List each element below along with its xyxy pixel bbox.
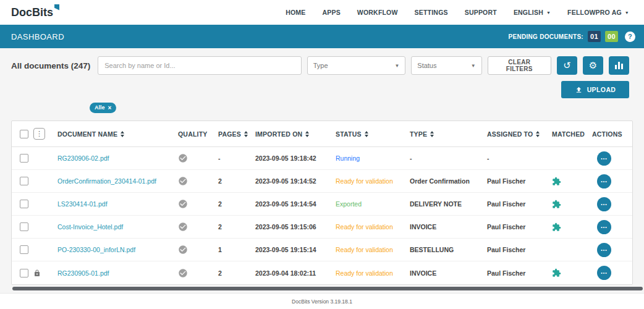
analytics-button[interactable] bbox=[609, 56, 629, 75]
logo-mark-icon bbox=[54, 4, 59, 11]
version-text: DocBits Version 3.19.18.1 bbox=[292, 298, 352, 305]
sort-icon[interactable] bbox=[536, 131, 540, 137]
sort-icon[interactable] bbox=[121, 131, 124, 137]
main-nav: HOME APPS WORKFLOW SETTINGS SUPPORT ENGL… bbox=[286, 9, 629, 16]
column-header-matched: MATCHED bbox=[549, 130, 590, 138]
table-body: RG230906-02.pdf-2023-09-05 19:18:42Runni… bbox=[12, 147, 632, 284]
documents-table: ⋮ DOCUMENT NAMEQUALITYPAGESIMPORTED ONST… bbox=[11, 121, 633, 285]
table-header-row: ⋮ DOCUMENT NAMEQUALITYPAGESIMPORTED ONST… bbox=[12, 121, 632, 147]
chevron-down-icon: ▼ bbox=[546, 11, 551, 15]
row-actions-button[interactable]: ••• bbox=[597, 243, 611, 257]
quality-cell bbox=[176, 222, 216, 232]
matched-cell bbox=[549, 222, 590, 232]
document-name-cell: RG230906-02.pdf bbox=[55, 154, 176, 162]
matched-cell bbox=[549, 177, 590, 186]
assigned-to-cell: Paul Fischer bbox=[485, 223, 549, 231]
docbits-logo[interactable]: DocBits bbox=[11, 6, 59, 19]
column-header-name[interactable]: DOCUMENT NAME bbox=[55, 130, 176, 138]
help-icon[interactable]: ? bbox=[625, 32, 635, 42]
actions-cell: ••• bbox=[590, 266, 632, 280]
matched-puzzle-icon bbox=[552, 222, 561, 232]
pages-cell: 2 bbox=[216, 223, 253, 231]
sort-icon[interactable] bbox=[430, 131, 434, 137]
type-cell: DELIVERY NOTE bbox=[407, 200, 485, 208]
sort-icon[interactable] bbox=[305, 131, 309, 137]
upload-button[interactable]: UPLOAD bbox=[561, 81, 629, 98]
column-header-type[interactable]: TYPE bbox=[407, 130, 485, 138]
imported-on-cell: 2023-09-05 19:14:54 bbox=[253, 200, 333, 208]
row-checkbox[interactable] bbox=[20, 154, 28, 163]
column-header-pages[interactable]: PAGES bbox=[216, 130, 253, 138]
lock-icon bbox=[33, 269, 41, 277]
document-name-cell: OrderConfirmation_230414-01.pdf bbox=[55, 177, 176, 185]
document-link[interactable]: PO-230330-00_inforLN.pdf bbox=[57, 246, 135, 253]
document-link[interactable]: LS230414-01.pdf bbox=[57, 200, 108, 208]
pages-cell: 2 bbox=[216, 177, 253, 185]
select-all-checkbox[interactable] bbox=[20, 130, 28, 138]
nav-home[interactable]: HOME bbox=[286, 9, 305, 16]
type-cell: BESTELLUNG bbox=[407, 246, 485, 253]
filter-toolbar: All documents (247) Type ▼ Status ▼ CLEA… bbox=[0, 56, 644, 75]
row-checkbox[interactable] bbox=[20, 222, 28, 231]
nav-support[interactable]: SUPPORT bbox=[465, 9, 497, 16]
row-actions-button[interactable]: ••• bbox=[597, 174, 611, 188]
column-header-assigned[interactable]: ASSIGNED TO bbox=[485, 130, 549, 138]
nav-settings[interactable]: SETTINGS bbox=[415, 9, 448, 16]
document-link[interactable]: Cost-Invoice_Hotel.pdf bbox=[57, 223, 123, 231]
dashboard-header-bar: DASHBOARD PENDING DOCUMENTS: 01 00 ? bbox=[0, 25, 644, 48]
matched-puzzle-icon bbox=[552, 200, 561, 209]
horizontal-scrollbar[interactable] bbox=[12, 287, 643, 290]
assigned-to-cell: Paul Fischer bbox=[485, 246, 549, 253]
row-select-cell bbox=[12, 269, 55, 277]
sort-icon[interactable] bbox=[365, 131, 368, 137]
row-select-cell bbox=[12, 200, 55, 208]
actions-cell: ••• bbox=[590, 174, 632, 188]
filter-chip-alle[interactable]: Alle × bbox=[90, 103, 116, 113]
pages-cell: 1 bbox=[216, 246, 253, 253]
clear-filters-button[interactable]: CLEAR FILTERS bbox=[488, 56, 551, 75]
imported-on-cell: 2023-09-05 19:15:06 bbox=[253, 223, 333, 231]
imported-on-cell: 2023-09-05 19:18:42 bbox=[253, 154, 333, 162]
table-row: PO-230330-00_inforLN.pdf12023-09-05 19:1… bbox=[12, 239, 632, 261]
row-actions-button[interactable]: ••• bbox=[597, 197, 611, 211]
status-filter-select[interactable]: Status ▼ bbox=[411, 56, 481, 75]
row-checkbox[interactable] bbox=[20, 245, 28, 254]
quality-cell bbox=[176, 176, 216, 186]
bulk-actions-button[interactable]: ⋮ bbox=[33, 128, 45, 140]
row-checkbox[interactable] bbox=[20, 200, 28, 208]
row-actions-button[interactable]: ••• bbox=[597, 151, 611, 166]
row-actions-button[interactable]: ••• bbox=[597, 220, 611, 234]
close-icon[interactable]: × bbox=[108, 104, 112, 111]
document-link[interactable]: OrderConfirmation_230414-01.pdf bbox=[57, 177, 156, 185]
status-cell: Running bbox=[333, 154, 407, 162]
bar-chart-icon bbox=[615, 62, 623, 69]
nav-apps[interactable]: APPS bbox=[322, 9, 340, 16]
assigned-to-cell: Paul Fischer bbox=[485, 200, 549, 208]
row-checkbox[interactable] bbox=[20, 177, 28, 185]
document-link[interactable]: RG230905-01.pdf bbox=[57, 269, 109, 277]
nav-account-dropdown[interactable]: FELLOWPRO AG▼ bbox=[567, 9, 629, 16]
nav-language-dropdown[interactable]: ENGLISH▼ bbox=[514, 9, 551, 16]
document-link[interactable]: RG230906-02.pdf bbox=[57, 154, 109, 162]
refresh-button[interactable]: ↺ bbox=[557, 56, 577, 75]
settings-button[interactable]: ⚙ bbox=[583, 56, 603, 75]
imported-on-cell: 2023-09-05 19:14:52 bbox=[253, 177, 333, 185]
table-row: Cost-Invoice_Hotel.pdf22023-09-05 19:15:… bbox=[12, 216, 632, 239]
search-input[interactable] bbox=[98, 56, 301, 75]
header-select-cell: ⋮ bbox=[12, 128, 55, 140]
row-actions-button[interactable]: ••• bbox=[597, 266, 611, 280]
row-checkbox[interactable] bbox=[20, 269, 28, 277]
column-header-imported[interactable]: IMPORTED ON bbox=[253, 130, 333, 138]
pending-documents-label: PENDING DOCUMENTS: bbox=[508, 33, 583, 40]
matched-puzzle-icon bbox=[552, 177, 561, 186]
column-header-status[interactable]: STATUS bbox=[333, 130, 407, 138]
gear-icon: ⚙ bbox=[589, 60, 597, 71]
table-row: RG230906-02.pdf-2023-09-05 19:18:42Runni… bbox=[12, 147, 632, 170]
sort-icon[interactable] bbox=[244, 131, 248, 137]
pages-cell: 2 bbox=[216, 269, 253, 277]
type-filter-select[interactable]: Type ▼ bbox=[307, 56, 406, 75]
actions-cell: ••• bbox=[590, 151, 632, 166]
nav-workflow[interactable]: WORKFLOW bbox=[357, 9, 398, 16]
row-select-cell bbox=[12, 245, 55, 254]
quality-cell bbox=[176, 153, 216, 163]
